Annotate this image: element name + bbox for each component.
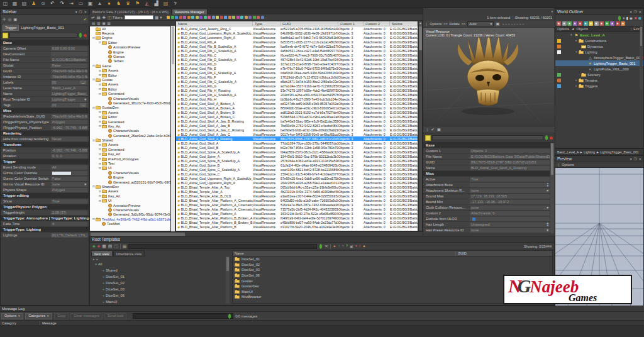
- property-value[interactable]: BLD_Astral_God_Skull_A_Rotating: [470, 166, 550, 170]
- table-row[interactable]: ◆BLD_Astral_God_Rib_H_Rotating VisualRes…: [176, 88, 418, 92]
- property-row[interactable]: Position -6.062, -70.749, -5.886: [1, 148, 89, 153]
- col-source[interactable]: Source: [390, 21, 418, 26]
- stepper-icon[interactable]: ▴▾: [547, 183, 548, 187]
- preview-tool-icon[interactable]: ▹: [506, 22, 508, 26]
- feather-edit-icon[interactable]: [617, 15, 622, 20]
- property-value[interactable]: Attachments: 0: [470, 211, 550, 216]
- rt-table-row[interactable]: DiceSet_01: [233, 257, 552, 262]
- rt-table-row[interactable]: DiceSet_02: [233, 262, 552, 268]
- table-row[interactable]: ◆BLD_Astral_God_Rib_H VisualResource bb3…: [176, 97, 418, 101]
- tab-level-viewport[interactable]: Baldur's Gate 3 (1024x727) - (29.1 f) - …: [89, 9, 172, 14]
- property-value[interactable]: Basic_Level_A: [51, 86, 87, 91]
- property-row[interactable]: Labels [0] …: [1, 80, 89, 86]
- rt-tool-icon2[interactable]: ↑: [338, 244, 340, 248]
- resource-note-input[interactable]: [432, 135, 543, 140]
- log-col-category[interactable]: Category: [0, 321, 40, 325]
- property-row[interactable]: Misc: [1, 108, 89, 114]
- log-col-message[interactable]: Message: [40, 321, 57, 325]
- chevron-down-icon[interactable]: ▾: [547, 189, 548, 192]
- pin-icon[interactable]: ✛: [3, 17, 6, 22]
- feather-edit-icon[interactable]: [318, 243, 323, 248]
- table-row[interactable]: ◆BLD_Astral_God_Skull_A_Rotating VisualR…: [176, 136, 418, 141]
- chevron-down-icon[interactable]: ▾: [84, 97, 86, 101]
- rm-toolbar-icon[interactable]: ▤: [96, 15, 100, 20]
- type-filter-icon[interactable]: [175, 16, 178, 19]
- property-row[interactable]: Event Sending mode All: [1, 165, 89, 170]
- property-row[interactable]: ITriggerPhysics_Position -6.062, -70.749…: [1, 125, 89, 131]
- property-row[interactable]: File Name E:/GOG/BG3/Baldurs: [1, 57, 89, 63]
- filters-input[interactable]: [125, 15, 153, 19]
- table-row[interactable]: ◆BLD_Astral_God_Skull_B VisualResource b…: [176, 145, 418, 150]
- tree-view-icon[interactable]: ▤: [92, 21, 95, 25]
- log-body[interactable]: [0, 326, 644, 337]
- property-row[interactable]: ITriggerPhysics_PhysicsType Polygon: [1, 119, 89, 125]
- property-value[interactable]: none ▾: [470, 206, 550, 210]
- property-row[interactable]: DevComment: [1, 52, 89, 57]
- toolbar-icon[interactable]: ▟: [153, 0, 160, 8]
- table-row[interactable]: ◆BLD_Astral_God_Rib_G VisualResource ad7…: [176, 84, 418, 88]
- panel-float-icon[interactable]: ❐: [633, 157, 636, 161]
- panel-float-icon[interactable]: ❐: [633, 10, 636, 14]
- panel-menu-icon[interactable]: ▾: [630, 10, 632, 14]
- tree-item[interactable]: ⊞ Editor: [90, 87, 170, 91]
- type-filter-icon[interactable]: [220, 16, 223, 19]
- table-row[interactable]: ◆BLD_Bhaal_Temple_Altar_B_OLD VisualReso…: [176, 194, 418, 198]
- table-row[interactable]: ◆BLD_Astral_God_Skull_A VisualResource 7…: [176, 141, 418, 145]
- property-value[interactable]: False: [51, 64, 87, 68]
- tree-item[interactable]: ⊞ Assets: [90, 110, 170, 114]
- lock-icon[interactable]: ▣: [437, 127, 441, 132]
- property-row[interactable]: GUID 79acfe66-fa6a-46e3-8a: [1, 69, 89, 74]
- tree-item[interactable]: ⊞ Test: [90, 161, 170, 165]
- property-value[interactable]: E:/GOG/BG3/Baldurs Gate 3/Data/Public/Sh…: [470, 155, 550, 159]
- tree-item[interactable]: ⊟ Generated: [90, 91, 170, 96]
- col-guid[interactable]: GUID: [280, 21, 338, 26]
- outliner-tree-item[interactable]: ▸ Terrains: [555, 77, 643, 83]
- chevron-down-icon[interactable]: ▾: [547, 206, 548, 209]
- type-filter-icon[interactable]: [228, 16, 231, 19]
- table-row[interactable]: ◆BLD_Astral_God_Rib_D_ScaledUp_A VisualR…: [176, 57, 418, 62]
- tree-item[interactable]: ⊞ Assets: [90, 69, 170, 73]
- tree-item[interactable]: ⊞ UI: [90, 166, 170, 170]
- outliner-tool-icon[interactable]: ◼: [638, 16, 641, 20]
- tree-item[interactable]: AnimationPreview: [90, 203, 170, 207]
- property-value[interactable]: 17.119, 38.233, 18.505: [470, 194, 550, 199]
- rt-tool-icon[interactable]: ♣: [97, 244, 101, 249]
- tree-item[interactable]: ⊟ GustavDev: [90, 106, 170, 110]
- tree-item[interactable]: ⊞ Assets: [90, 189, 170, 194]
- property-value[interactable]: [6] LTN_Default, LTN_D …: [51, 233, 87, 238]
- type-filter-icon[interactable]: [167, 16, 170, 19]
- table-row[interactable]: ◆BLD_Astral_God_Spine_B_ScaledUp_A Visua…: [176, 158, 418, 163]
- type-filter-icon[interactable]: [187, 16, 191, 19]
- table-row[interactable]: ◆BLD_Bhaal_Temple_Altar_Platform_B_Broke…: [176, 220, 418, 224]
- tab-inheritance-view[interactable]: Inheritance view: [113, 250, 145, 257]
- tree-item[interactable]: Engine: [90, 50, 170, 54]
- toolbar-icon[interactable]: ▤: [21, 0, 28, 8]
- tree-item[interactable]: Recents: [90, 31, 170, 35]
- property-row[interactable]: IFadeableInvisState_GUID 79acfe66-fa6a-4…: [1, 114, 89, 119]
- property-row[interactable]: Transform: [1, 142, 89, 148]
- rt-table-row[interactable]: DiceSet_03: [233, 267, 552, 273]
- type-filter-icon[interactable]: [257, 16, 260, 19]
- type-filter-icon[interactable]: [245, 16, 248, 19]
- table-row[interactable]: ◆BLD_Astral_God_Rib_A VisualResource 6d5…: [176, 40, 418, 44]
- color-swatch[interactable]: [52, 172, 71, 175]
- table-row[interactable]: ◆BLD_Astral_God_Skull_A_Jaw_C VisualReso…: [176, 132, 418, 136]
- table-row[interactable]: ◆BLD_Astral_God_Spine_A_ScaledUp_A Visua…: [176, 150, 418, 154]
- tree-item[interactable]: AnimationPreview: [90, 45, 170, 50]
- property-value[interactable]: E:/GOG/BG3/Baldurs: [51, 58, 87, 62]
- tree-item[interactable]: Terrain: [90, 59, 170, 64]
- tree-item[interactable]: Generated_25ac9ce2-2abe-0c4c-b3b9-6e9ced…: [90, 133, 170, 138]
- table-row[interactable]: ◆BLD_Astral_God_Spine_C VisualResource 1…: [176, 172, 418, 176]
- tree-view-icon[interactable]: ▥: [97, 21, 100, 25]
- toolbar-icon[interactable]: ↶: [49, 0, 56, 8]
- table-row[interactable]: ◆BLD_Astral_God_Rib_H_ScaledUp_A VisualR…: [176, 92, 418, 97]
- tree-item[interactable]: ⊟ Gustav: [90, 77, 170, 82]
- rt-tool-icon[interactable]: ◫: [114, 244, 118, 249]
- type-filter-icon[interactable]: [171, 16, 174, 19]
- list-icon[interactable]: ▤: [123, 244, 126, 249]
- tree-item[interactable]: Generated_3d0c9f5c-95dc-9074-f3e3-4b204f…: [90, 213, 170, 217]
- outliner-filter-icon[interactable]: ✱: [584, 21, 588, 26]
- outliner-filter-icon[interactable]: ✱: [573, 21, 577, 26]
- property-row[interactable]: Base: [1, 40, 89, 46]
- property-row[interactable]: Camera Offset 0.00 0.00 0.00: [1, 46, 89, 52]
